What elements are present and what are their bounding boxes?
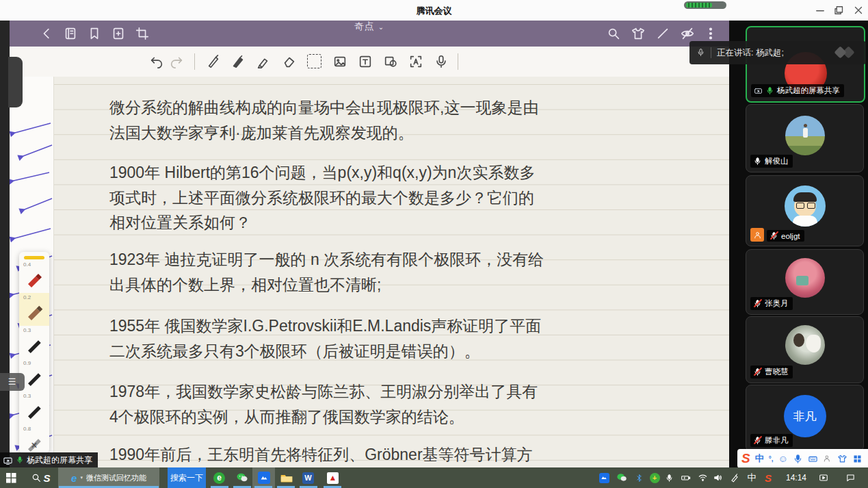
tray-mic-icon[interactable]	[662, 467, 676, 488]
ime-punctuation-toggle[interactable]: °,	[769, 455, 774, 463]
participant-tile[interactable]: 张奥月	[746, 249, 864, 315]
screen-share-icon	[754, 87, 763, 95]
notebook-title-text: 奇点	[354, 21, 375, 31]
app-icon-pdf-reader[interactable]: ▲	[321, 467, 344, 488]
pen-panel-close-icon[interactable]: ×	[19, 439, 49, 452]
tray-bluetooth-icon[interactable]	[632, 467, 646, 488]
search-now-label: 搜索一下	[170, 472, 203, 484]
note-paragraph: 1900年 Hilbert的第16个问题，当p(x,y)和q(x,y)为n次实系…	[109, 160, 629, 235]
ie-icon: e	[71, 472, 77, 484]
highlighter-tool[interactable]	[256, 54, 271, 69]
wechat-icon	[236, 472, 248, 484]
participant-tile[interactable]: 解俊山	[746, 104, 864, 172]
participant-tile[interactable]: eoljgt	[746, 175, 864, 246]
app-icon-tencent-meeting[interactable]	[252, 467, 275, 488]
pen-mode-icon[interactable]	[655, 26, 670, 41]
close-button[interactable]	[852, 4, 865, 16]
tool-divider	[458, 53, 458, 70]
tray-volume-icon[interactable]	[710, 467, 725, 488]
ime-voice-icon[interactable]	[793, 454, 803, 464]
windows-logo-icon	[6, 473, 16, 483]
browser-window-button[interactable]: e ▾ 微信测试回忆功能	[58, 467, 159, 488]
pen-preset[interactable]: 0.3	[19, 391, 49, 424]
undo-icon[interactable]	[149, 54, 164, 69]
search-now-button[interactable]: 搜索一下	[168, 467, 206, 488]
ballpoint-pen-tool[interactable]	[206, 54, 221, 69]
handwriting-recognition-tool[interactable]	[408, 54, 423, 69]
note-paragraph: 1923年 迪拉克证明了一般的 n 次系统有有限个极限环，没有给 出具体的个数上…	[109, 247, 629, 297]
mic-muted-icon	[753, 299, 762, 308]
avatar-hair	[793, 333, 804, 347]
text-tool[interactable]	[358, 54, 373, 69]
redo-icon[interactable]	[169, 54, 184, 69]
app-icon-file-explorer[interactable]	[275, 467, 298, 488]
participant-name: 曹晓慧	[765, 367, 789, 377]
tray-sogou-icon[interactable]: S	[761, 467, 776, 488]
highlighter-color-bar	[24, 256, 44, 259]
ime-toolbar: S 中 °, ☺	[737, 449, 868, 468]
ime-keyboard-icon[interactable]	[808, 454, 818, 464]
app-icon-green-browser[interactable]: e	[208, 467, 231, 488]
tray-clock[interactable]: 14:14	[781, 467, 811, 488]
back-icon[interactable]	[40, 26, 55, 41]
add-page-icon[interactable]	[111, 26, 126, 41]
stickers-icon[interactable]	[631, 26, 646, 41]
avatar-figure-head	[804, 124, 807, 127]
pen-preset[interactable]: 0.2	[19, 293, 49, 326]
crop-icon[interactable]	[135, 26, 150, 41]
launcher-s-app-icon[interactable]: S	[36, 467, 58, 488]
tray-wifi-icon[interactable]	[695, 467, 710, 488]
pages-icon[interactable]	[63, 26, 78, 41]
maximize-button[interactable]	[833, 4, 845, 16]
minimize-button[interactable]	[814, 4, 826, 16]
notes-toolbar: 奇点 ⌄	[10, 21, 729, 47]
ime-emoji-icon[interactable]: ☺	[778, 453, 787, 464]
tray-battery-icon[interactable]	[677, 467, 694, 488]
insert-image-tool[interactable]	[332, 54, 347, 69]
ime-toolbox-icon[interactable]	[852, 454, 863, 464]
black-pen-icon	[25, 398, 45, 419]
app-icon-word[interactable]: W	[297, 467, 319, 488]
participant-name: 张奥月	[765, 298, 789, 309]
note-page[interactable]: 微分系统的解曲线构成的向量场中会出现极限环,这一现象是由 法国大数学家亨利·庞加…	[10, 77, 729, 467]
screen: 腾讯会议 奇点 ⌄	[0, 0, 868, 488]
app-icon-wechat[interactable]	[231, 467, 253, 488]
fountain-pen-tool[interactable]	[231, 54, 246, 69]
note-paragraph: 1990年前后，王东明首先将特征列、Gröbner基等符号计算方	[109, 442, 629, 467]
tray-ime-lang[interactable]: 中	[744, 467, 759, 488]
black-pen-icon	[25, 365, 45, 386]
shapes-tool[interactable]	[383, 54, 398, 69]
start-button[interactable]	[0, 467, 23, 488]
avatar	[785, 258, 825, 298]
tray-pen-icon[interactable]	[727, 467, 742, 488]
toast-divider	[711, 47, 711, 58]
pen-preset[interactable]: 0.3	[19, 326, 49, 359]
window-titlebar: 腾讯会议	[0, 0, 868, 21]
avatar-initials: 非凡	[793, 409, 817, 424]
ime-skin-icon[interactable]	[837, 454, 847, 464]
lasso-select-tool[interactable]	[307, 54, 321, 68]
search-icon[interactable]	[606, 26, 621, 41]
more-menu-icon[interactable]	[703, 26, 718, 41]
ime-language-toggle[interactable]: 中	[755, 452, 764, 465]
action-center-icon[interactable]	[841, 467, 859, 488]
tray-meeting-icon[interactable]	[596, 467, 611, 488]
list-toggle-button[interactable]: ☰	[0, 373, 25, 391]
participant-tile[interactable]: 曹晓慧	[746, 316, 864, 383]
audio-record-tool[interactable]	[434, 54, 449, 69]
avatar: 非凡	[784, 395, 826, 437]
participant-tile[interactable]: 杨武超的屏幕共享	[746, 26, 865, 103]
pen-preset[interactable]: 0.4	[19, 260, 49, 293]
eraser-tool[interactable]	[282, 54, 297, 69]
sogou-logo-icon[interactable]: S	[741, 449, 750, 468]
hide-ui-icon[interactable]	[680, 26, 695, 41]
notes-tool-row	[10, 47, 729, 77]
tray-video-icon[interactable]	[815, 467, 832, 488]
tray-wechat-icon[interactable]	[614, 467, 629, 488]
participant-tile[interactable]: 非凡 滕非凡	[746, 385, 864, 452]
bookmark-icon[interactable]	[87, 26, 102, 41]
folder-icon	[280, 473, 293, 483]
sidebar-pull-tab[interactable]	[8, 57, 23, 107]
tray-security-icon[interactable]: +	[647, 467, 662, 488]
avatar-figure	[803, 128, 808, 138]
